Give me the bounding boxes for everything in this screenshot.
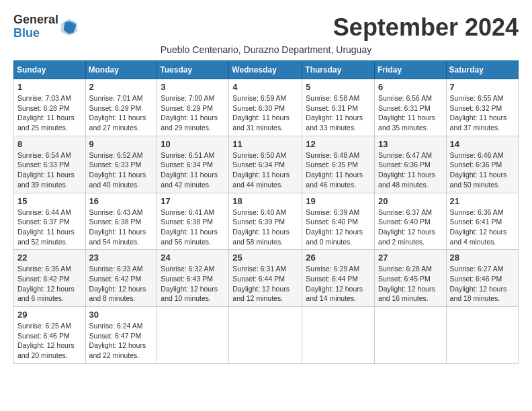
calendar-cell: 3Sunrise: 7:00 AMSunset: 6:29 PMDaylight… [157,79,229,136]
calendar-cell: 20Sunrise: 6:37 AMSunset: 6:40 PMDayligh… [375,193,447,250]
subtitle: Pueblo Centenario, Durazno Department, U… [13,44,519,55]
day-info: Sunrise: 6:36 AMSunset: 6:41 PMDaylight:… [450,208,515,247]
day-info: Sunrise: 6:27 AMSunset: 6:46 PMDaylight:… [450,264,515,304]
day-number: 19 [306,196,371,206]
calendar-cell: 8Sunrise: 6:54 AMSunset: 6:33 PMDaylight… [14,136,86,193]
day-header-saturday: Saturday [446,61,518,79]
calendar-cell: 6Sunrise: 6:56 AMSunset: 6:31 PMDaylight… [375,79,447,136]
calendar-cell: 23Sunrise: 6:33 AMSunset: 6:42 PMDayligh… [85,250,157,307]
day-info: Sunrise: 6:31 AMSunset: 6:44 PMDaylight:… [232,264,298,304]
day-header-friday: Friday [375,61,447,79]
header: General Blue September 2024 [13,13,519,42]
calendar-cell: 13Sunrise: 6:47 AMSunset: 6:36 PMDayligh… [375,136,447,193]
calendar-cell: 24Sunrise: 6:32 AMSunset: 6:43 PMDayligh… [157,250,229,307]
day-number: 4 [232,82,298,92]
day-info: Sunrise: 6:51 AMSunset: 6:34 PMDaylight:… [161,150,225,190]
calendar-cell: 30Sunrise: 6:24 AMSunset: 6:47 PMDayligh… [85,307,157,364]
day-number: 26 [306,253,371,263]
calendar-cell [375,307,447,364]
day-number: 23 [89,253,154,263]
day-info: Sunrise: 6:43 AMSunset: 6:38 PMDaylight:… [89,208,154,247]
calendar-table: SundayMondayTuesdayWednesdayThursdayFrid… [13,60,519,364]
calendar-cell: 25Sunrise: 6:31 AMSunset: 6:44 PMDayligh… [229,250,302,307]
day-info: Sunrise: 6:39 AMSunset: 6:40 PMDaylight:… [306,208,371,247]
logo-general: General [13,13,58,26]
calendar-cell: 26Sunrise: 6:29 AMSunset: 6:44 PMDayligh… [302,250,375,307]
day-number: 10 [161,139,225,149]
day-header-sunday: Sunday [14,61,86,79]
day-number: 7 [450,82,515,92]
day-info: Sunrise: 6:56 AMSunset: 6:31 PMDaylight:… [378,93,443,133]
day-header-monday: Monday [85,61,157,79]
calendar-cell: 15Sunrise: 6:44 AMSunset: 6:37 PMDayligh… [14,193,86,250]
calendar-cell: 19Sunrise: 6:39 AMSunset: 6:40 PMDayligh… [302,193,375,250]
calendar-cell: 21Sunrise: 6:36 AMSunset: 6:41 PMDayligh… [446,193,518,250]
day-info: Sunrise: 6:55 AMSunset: 6:32 PMDaylight:… [450,93,515,133]
day-info: Sunrise: 6:24 AMSunset: 6:47 PMDaylight:… [89,321,154,361]
day-info: Sunrise: 6:47 AMSunset: 6:36 PMDaylight:… [378,150,443,190]
day-number: 25 [232,253,298,263]
day-info: Sunrise: 6:46 AMSunset: 6:36 PMDaylight:… [450,150,515,190]
day-info: Sunrise: 6:59 AMSunset: 6:30 PMDaylight:… [232,93,298,133]
calendar-cell: 18Sunrise: 6:40 AMSunset: 6:39 PMDayligh… [229,193,302,250]
day-info: Sunrise: 6:50 AMSunset: 6:34 PMDaylight:… [232,150,298,190]
calendar-cell: 29Sunrise: 6:25 AMSunset: 6:46 PMDayligh… [14,307,86,364]
day-number: 15 [17,196,82,206]
calendar-cell: 22Sunrise: 6:35 AMSunset: 6:42 PMDayligh… [14,250,86,307]
day-number: 22 [17,253,82,263]
day-number: 9 [89,139,154,149]
calendar-cell: 1Sunrise: 7:03 AMSunset: 6:28 PMDaylight… [14,79,86,136]
calendar-cell [229,307,302,364]
calendar-cell [302,307,375,364]
day-number: 30 [89,310,154,320]
logo-icon [60,17,79,36]
day-info: Sunrise: 6:25 AMSunset: 6:46 PMDaylight:… [17,321,82,361]
day-info: Sunrise: 6:32 AMSunset: 6:43 PMDaylight:… [161,264,225,304]
calendar-cell [157,307,229,364]
day-header-tuesday: Tuesday [157,61,229,79]
day-number: 8 [17,139,82,149]
day-info: Sunrise: 6:33 AMSunset: 6:42 PMDaylight:… [89,264,154,304]
day-number: 6 [378,82,443,92]
day-info: Sunrise: 6:54 AMSunset: 6:33 PMDaylight:… [17,150,82,190]
day-info: Sunrise: 7:01 AMSunset: 6:29 PMDaylight:… [89,93,154,133]
calendar-cell: 12Sunrise: 6:48 AMSunset: 6:35 PMDayligh… [302,136,375,193]
day-number: 18 [232,196,298,206]
day-info: Sunrise: 6:44 AMSunset: 6:37 PMDaylight:… [17,208,82,247]
day-number: 20 [378,196,443,206]
day-number: 3 [161,82,225,92]
calendar-cell: 27Sunrise: 6:28 AMSunset: 6:45 PMDayligh… [375,250,447,307]
day-info: Sunrise: 6:37 AMSunset: 6:40 PMDaylight:… [378,208,443,247]
day-header-wednesday: Wednesday [229,61,302,79]
day-number: 29 [17,310,82,320]
calendar-week-2: 8Sunrise: 6:54 AMSunset: 6:33 PMDaylight… [14,136,519,193]
day-number: 28 [450,253,515,263]
calendar-cell [446,307,518,364]
calendar-cell: 11Sunrise: 6:50 AMSunset: 6:34 PMDayligh… [229,136,302,193]
day-number: 11 [232,139,298,149]
month-title: September 2024 [333,13,519,42]
day-info: Sunrise: 6:28 AMSunset: 6:45 PMDaylight:… [378,264,443,304]
day-info: Sunrise: 6:40 AMSunset: 6:39 PMDaylight:… [232,208,298,247]
calendar-cell: 17Sunrise: 6:41 AMSunset: 6:38 PMDayligh… [157,193,229,250]
day-number: 27 [378,253,443,263]
day-number: 24 [161,253,225,263]
day-info: Sunrise: 6:58 AMSunset: 6:31 PMDaylight:… [306,93,371,133]
calendar-cell: 9Sunrise: 6:52 AMSunset: 6:33 PMDaylight… [85,136,157,193]
day-info: Sunrise: 7:03 AMSunset: 6:28 PMDaylight:… [17,93,82,133]
day-info: Sunrise: 6:48 AMSunset: 6:35 PMDaylight:… [306,150,371,190]
calendar-cell: 16Sunrise: 6:43 AMSunset: 6:38 PMDayligh… [85,193,157,250]
days-header-row: SundayMondayTuesdayWednesdayThursdayFrid… [14,61,519,79]
day-header-thursday: Thursday [302,61,375,79]
day-info: Sunrise: 6:35 AMSunset: 6:42 PMDaylight:… [17,264,82,304]
day-number: 5 [306,82,371,92]
day-number: 12 [306,139,371,149]
day-number: 17 [161,196,225,206]
day-info: Sunrise: 6:41 AMSunset: 6:38 PMDaylight:… [161,208,225,247]
calendar-cell: 4Sunrise: 6:59 AMSunset: 6:30 PMDaylight… [229,79,302,136]
day-info: Sunrise: 7:00 AMSunset: 6:29 PMDaylight:… [161,93,225,133]
day-number: 14 [450,139,515,149]
day-number: 2 [89,82,154,92]
calendar-week-3: 15Sunrise: 6:44 AMSunset: 6:37 PMDayligh… [14,193,519,250]
day-number: 13 [378,139,443,149]
